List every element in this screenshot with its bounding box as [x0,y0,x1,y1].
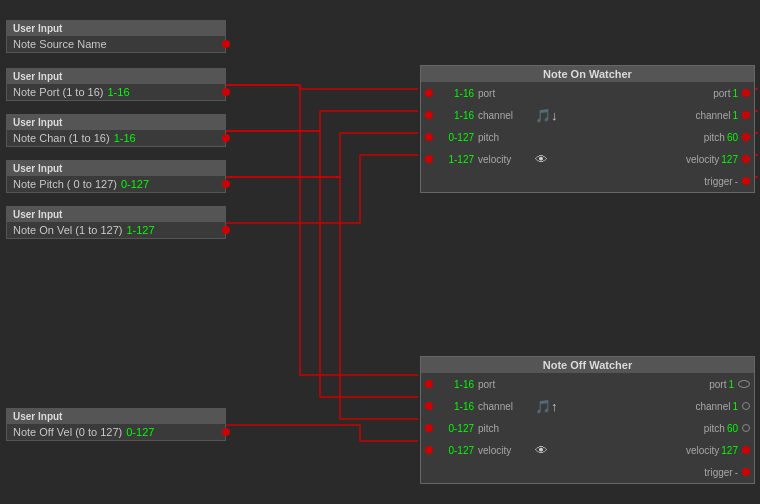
watcher-off-in-velocity [425,446,433,454]
watcher-on-channel-label: channel [478,110,533,121]
watcher-on-in-channel-val: 1-16 [436,110,474,121]
watcher-off-out-velocity-dot [742,446,750,454]
watcher-off-row-port: 1-16 port port 1 [421,373,754,395]
user-input-node-3: User Input Note Chan (1 to 16) 1-16 [6,114,226,147]
output-port-3 [222,134,230,142]
watcher-off-port-label: port [478,379,533,390]
output-port-1 [222,40,230,48]
watcher-off-out-channel-label: channel [670,401,730,412]
user-input-node-2: User Input Note Port (1 to 16) 1-16 [6,68,226,101]
node-header-4: User Input [7,161,225,176]
watcher-off-row-channel: 1-16 channel 🎵↑ channel 1 [421,395,754,417]
watcher-on-out-port-label: port [670,88,730,99]
watcher-on-out-channel-val: 1 [732,110,738,121]
node-label-4: Note Pitch ( 0 to 127) [13,178,117,190]
watcher-on-velocity-label: velocity [478,154,533,165]
node-body-4: Note Pitch ( 0 to 127) 0-127 [7,176,225,192]
watcher-on-pitch-label: pitch [478,132,533,143]
watcher-off-row-trigger: trigger - [421,461,754,483]
watcher-on-row-trigger: trigger - [421,170,754,192]
node-value-6: 0-127 [126,426,154,438]
watcher-on-in-channel [425,111,433,119]
watcher-off-out-pitch-label: pitch [665,423,725,434]
watcher-on-out-pitch-label: pitch [665,132,725,143]
node-header-6: User Input [7,409,225,424]
node-value-4: 0-127 [121,178,149,190]
watcher-on-in-pitch [425,133,433,141]
note-off-watcher: Note Off Watcher 1-16 port port 1 1-16 c… [420,356,755,484]
node-label-3: Note Chan (1 to 16) [13,132,110,144]
user-input-node-6: User Input Note Off Vel (0 to 127) 0-127 [6,408,226,441]
watcher-on-in-velocity [425,155,433,163]
node-header-1: User Input [7,21,225,36]
watcher-on-title: Note On Watcher [421,66,754,82]
watcher-on-row-velocity: 1-127 velocity 👁 velocity 127 [421,148,754,170]
watcher-on-row-port: 1-16 port port 1 [421,82,754,104]
watcher-off-out-pitch-val: 60 [727,423,738,434]
watcher-on-in-velocity-val: 1-127 [436,154,474,165]
node-header-3: User Input [7,115,225,130]
watcher-off-in-channel [425,402,433,410]
watcher-on-in-pitch-val: 0-127 [436,132,474,143]
music-note-up-icon: 🎵↑ [535,399,558,414]
watcher-off-out-velocity-val: 127 [721,445,738,456]
watcher-off-channel-label: channel [478,401,533,412]
watcher-on-out-velocity-label: velocity [659,154,719,165]
node-value-2: 1-16 [108,86,130,98]
watcher-off-out-channel-dot [742,402,750,410]
node-header-5: User Input [7,207,225,222]
output-port-4 [222,180,230,188]
watcher-off-out-channel-val: 1 [732,401,738,412]
watcher-on-row-channel: 1-16 channel 🎵↓ channel 1 [421,104,754,126]
user-input-node-5: User Input Note On Vel (1 to 127) 1-127 [6,206,226,239]
node-body-5: Note On Vel (1 to 127) 1-127 [7,222,225,238]
watcher-off-in-channel-val: 1-16 [436,401,474,412]
watcher-off-row-pitch: 0-127 pitch pitch 60 [421,417,754,439]
watcher-off-in-velocity-val: 0-127 [436,445,474,456]
watcher-on-in-port [425,89,433,97]
watcher-off-out-port-dot [738,380,750,388]
node-label-2: Note Port (1 to 16) [13,86,104,98]
node-body-1: Note Source Name [7,36,225,52]
watcher-off-velocity-label: velocity [478,445,533,456]
watcher-on-out-velocity-val: 127 [721,154,738,165]
node-body-6: Note Off Vel (0 to 127) 0-127 [7,424,225,440]
node-body-2: Note Port (1 to 16) 1-16 [7,84,225,100]
watcher-off-out-port-label: port [666,379,726,390]
watcher-on-in-port-val: 1-16 [436,88,474,99]
node-value-5: 1-127 [126,224,154,236]
watcher-on-out-channel-dot [742,111,750,119]
watcher-on-port-label: port [478,88,533,99]
note-on-watcher: Note On Watcher 1-16 port port 1 1-16 ch… [420,65,755,193]
watcher-on-out-pitch-dot [742,133,750,141]
output-port-2 [222,88,230,96]
node-label-5: Note On Vel (1 to 127) [13,224,122,236]
watcher-on-trigger-label: trigger [673,176,733,187]
node-value-3: 1-16 [114,132,136,144]
watcher-off-out-pitch-dot [742,424,750,432]
eye-icon: 👁 [535,152,548,167]
watcher-off-title: Note Off Watcher [421,357,754,373]
node-body-3: Note Chan (1 to 16) 1-16 [7,130,225,146]
watcher-off-row-velocity: 0-127 velocity 👁 velocity 127 [421,439,754,461]
node-header-2: User Input [7,69,225,84]
watcher-on-out-velocity-dot [742,155,750,163]
watcher-on-out-pitch-val: 60 [727,132,738,143]
output-port-6 [222,428,230,436]
watcher-on-trigger-val: - [735,176,738,187]
watcher-off-in-pitch [425,424,433,432]
eye2-icon: 👁 [535,443,548,458]
watcher-on-out-port-dot [742,89,750,97]
user-input-node-1: User Input Note Source Name [6,20,226,53]
watcher-off-pitch-label: pitch [478,423,533,434]
watcher-off-out-port-val: 1 [728,379,734,390]
node-label-1: Note Source Name [13,38,107,50]
watcher-on-out-port-val: 1 [732,88,738,99]
output-port-5 [222,226,230,234]
watcher-off-trigger-dot [742,468,750,476]
watcher-off-in-port [425,380,433,388]
watcher-on-out-channel-label: channel [670,110,730,121]
watcher-off-trigger-val: - [735,467,738,478]
watcher-off-in-pitch-val: 0-127 [436,423,474,434]
music-note-icon: 🎵↓ [535,108,558,123]
